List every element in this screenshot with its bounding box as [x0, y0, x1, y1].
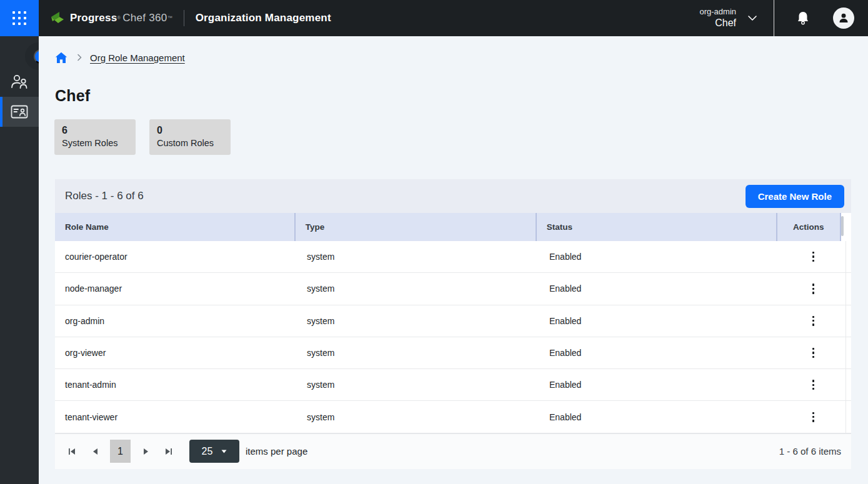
stat-label: System Roles: [62, 137, 128, 149]
stat-card-custom-roles: 0 Custom Roles: [149, 119, 231, 155]
current-org-label: Chef: [699, 17, 736, 29]
page-size-value: 25: [202, 446, 213, 457]
scrollbar-track[interactable]: [841, 213, 851, 241]
progress-chef-logo: Progress® Chef 360™: [49, 11, 172, 25]
row-gutter: [846, 401, 851, 432]
avatar-button[interactable]: [833, 7, 854, 29]
cell-status: Enabled: [539, 252, 781, 262]
first-page-icon: [67, 448, 76, 455]
app-launcher-button[interactable]: [0, 0, 39, 36]
breadcrumb-home[interactable]: [55, 52, 67, 64]
roles-panel: Roles - 1 - 6 of 6 Create New Role Role …: [55, 179, 851, 469]
cell-status: Enabled: [539, 412, 781, 422]
cell-type: system: [297, 380, 539, 390]
header-section-divider: [774, 0, 774, 36]
last-page-icon: [164, 448, 173, 455]
row-actions-menu-button[interactable]: [805, 344, 822, 362]
progress-logo-icon: [49, 11, 66, 25]
cell-status: Enabled: [539, 348, 781, 358]
cell-role-name: node-manager: [55, 284, 297, 294]
table-row: org-viewer system Enabled: [55, 337, 851, 369]
registered-mark: ®: [117, 15, 121, 21]
row-actions-menu-button[interactable]: [805, 408, 822, 426]
cell-type: system: [297, 348, 539, 358]
scrollbar-thumb[interactable]: [841, 216, 844, 236]
table-row: courier-operator system Enabled: [55, 241, 851, 273]
table-row: tenant-viewer system Enabled: [55, 401, 851, 433]
cell-status: Enabled: [539, 284, 781, 294]
bell-icon: [796, 11, 810, 26]
caret-down-icon: [221, 450, 227, 453]
sidebar: [0, 36, 39, 484]
chevron-down-icon: [747, 15, 757, 21]
sidebar-item-roles[interactable]: [0, 97, 39, 127]
first-page-button[interactable]: [64, 443, 80, 460]
row-actions-menu-button[interactable]: [805, 280, 822, 297]
cell-type: system: [297, 284, 539, 294]
breadcrumb: Org Role Management: [55, 50, 868, 65]
cell-role-name: org-admin: [55, 316, 297, 326]
org-switcher-menu[interactable]: org-admin Chef: [699, 7, 757, 29]
breadcrumb-link[interactable]: Org Role Management: [90, 52, 185, 63]
cell-role-name: courier-operator: [55, 252, 297, 262]
row-gutter: [846, 369, 851, 400]
items-per-page-label: items per page: [246, 446, 307, 457]
row-actions-menu-button[interactable]: [805, 248, 822, 265]
panel-title: Roles - 1 - 6 of 6: [65, 190, 144, 202]
row-actions-menu-button[interactable]: [805, 312, 822, 330]
cell-type: system: [297, 252, 539, 262]
waffle-icon: [12, 11, 26, 25]
breadcrumb-separator: [77, 54, 82, 61]
column-header-type[interactable]: Type: [296, 213, 537, 241]
next-page-icon: [143, 448, 149, 455]
app-title: Organization Management: [196, 12, 331, 24]
cell-role-name: tenant-admin: [55, 380, 297, 390]
page-size-dropdown[interactable]: 25: [189, 440, 239, 463]
column-header-role-name[interactable]: Role Name: [55, 213, 296, 241]
row-gutter: [846, 305, 851, 337]
table-header-row: Role Name Type Status Actions: [55, 213, 851, 241]
users-icon: [10, 74, 29, 90]
logo-title-divider: [184, 10, 184, 26]
stat-value: 0: [157, 124, 223, 137]
cell-type: system: [297, 412, 539, 422]
cell-role-name: tenant-viewer: [55, 412, 297, 422]
top-bar: Progress® Chef 360™ Organization Managem…: [0, 0, 868, 36]
row-gutter: [846, 241, 851, 272]
last-page-button[interactable]: [161, 443, 177, 460]
stat-value: 6: [62, 124, 128, 137]
table-row: tenant-admin system Enabled: [55, 369, 851, 401]
brand-name: Progress: [70, 12, 117, 24]
cell-role-name: org-viewer: [55, 348, 297, 358]
column-header-actions[interactable]: Actions: [777, 213, 841, 241]
person-icon: [837, 12, 850, 24]
next-page-button[interactable]: [137, 443, 154, 460]
table-body: courier-operator system Enabled node-man…: [55, 241, 851, 433]
previous-page-button[interactable]: [87, 443, 103, 460]
panel-toolbar: Roles - 1 - 6 of 6 Create New Role: [55, 179, 851, 213]
row-gutter: [846, 337, 851, 368]
table-row: org-admin system Enabled: [55, 305, 851, 337]
previous-page-icon: [92, 448, 98, 455]
cell-type: system: [297, 316, 539, 326]
stat-label: Custom Roles: [157, 137, 223, 149]
page-number-button[interactable]: 1: [110, 440, 131, 463]
pagination-bar: 1 25 items per page 1 - 6 of 6 it: [55, 433, 851, 469]
page-title: Chef: [55, 87, 868, 105]
row-gutter: [846, 273, 851, 304]
pagination-range-label: 1 - 6 of 6 items: [779, 446, 841, 457]
column-header-status[interactable]: Status: [537, 213, 777, 241]
notifications-button[interactable]: [788, 11, 818, 26]
brand-suffix: Chef 360: [122, 12, 167, 24]
row-actions-menu-button[interactable]: [805, 376, 822, 393]
stat-card-system-roles: 6 System Roles: [54, 119, 136, 155]
user-role-label: org-admin: [699, 7, 736, 17]
home-icon: [55, 52, 67, 64]
chevron-right-icon: [77, 54, 82, 61]
cell-status: Enabled: [539, 316, 781, 326]
sidebar-item-users[interactable]: [0, 67, 39, 97]
role-badge-icon: [11, 105, 28, 119]
cell-status: Enabled: [539, 380, 781, 390]
create-new-role-button[interactable]: Create New Role: [746, 185, 844, 208]
main-content: Org Role Management Chef 6 System Roles …: [39, 36, 868, 484]
